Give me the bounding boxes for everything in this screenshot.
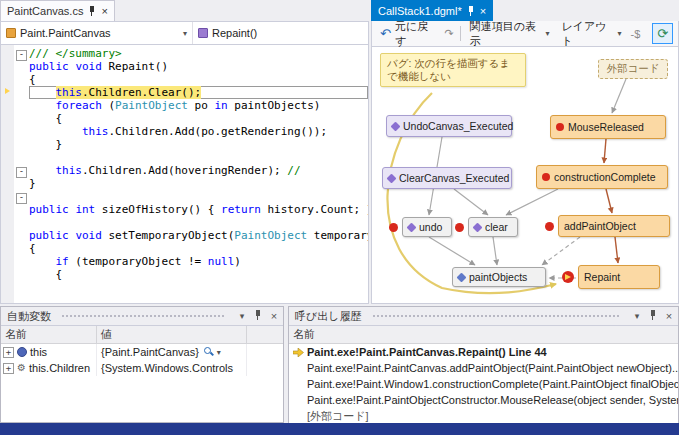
pin-icon — [254, 310, 262, 320]
code-line[interactable]: if (temporaryObject != null) — [1, 255, 368, 268]
graph-node-undocanvas-executed[interactable]: UndoCanvas_Executed — [386, 115, 512, 137]
node-label: MouseReleased — [568, 121, 644, 133]
code-line[interactable]: { — [1, 112, 368, 125]
variable-row[interactable]: +⚙this.Children{System.Windows.Controls — [1, 360, 283, 376]
breakpoint-gutter[interactable] — [1, 164, 14, 177]
column-header-value[interactable]: 値 — [97, 326, 247, 343]
autos-title: 自動変数 — [7, 309, 51, 324]
autos-titlebar: 自動変数 ▾ × — [1, 307, 283, 325]
redo-icon[interactable]: ↷ — [445, 27, 454, 40]
refresh-layout-button[interactable]: ⟳ — [652, 23, 673, 44]
graph-node-clear[interactable]: clear — [468, 217, 518, 237]
expander-icon[interactable]: + — [3, 347, 14, 358]
code-line[interactable]: public int sizeOfHistory() { return hist… — [1, 203, 368, 216]
member-dropdown[interactable]: Repaint() — [193, 22, 368, 44]
code-line[interactable]: { — [1, 268, 368, 281]
breakpoint-gutter[interactable] — [1, 138, 14, 151]
breakpoint-gutter[interactable] — [1, 268, 14, 281]
variable-row[interactable]: +this{Paint.PaintCanvas}▾ — [1, 344, 283, 360]
code-editor[interactable]: -/// </summary>public void Repaint(){ th… — [0, 45, 369, 304]
close-icon[interactable]: × — [267, 310, 281, 322]
stack-frame-row[interactable]: [外部コード] — [289, 408, 678, 424]
graph-node-mousereleased[interactable]: MouseReleased — [550, 115, 666, 139]
expander-icon[interactable]: + — [3, 363, 14, 374]
code-text: this.Children.Clear(); — [29, 86, 368, 99]
graph-node-clearcanvas-executed[interactable]: ClearCanvas_Executed — [382, 167, 512, 189]
show-related-button[interactable]: 関連項目の表示 ▾ — [467, 18, 553, 50]
code-line[interactable]: public void setTemporaryObject(PaintObje… — [1, 229, 368, 242]
magnifier-icon[interactable] — [204, 347, 214, 357]
code-line[interactable]: this.Children.Add(po.getRendering()); — [1, 125, 368, 138]
breakpoint-gutter[interactable] — [1, 203, 14, 216]
layout-button[interactable]: レイアウト ▾ — [558, 18, 624, 50]
stack-frame-row[interactable]: Paint.exe!Paint.PaintCanvas.Repaint() Li… — [289, 344, 678, 360]
pin-icon[interactable] — [646, 310, 660, 322]
field-icon — [457, 272, 467, 282]
breakpoint-gutter[interactable] — [1, 255, 14, 268]
tab-paintcanvas-cs[interactable]: PaintCanvas.cs × — [0, 0, 115, 21]
graph-node-constructioncomplete[interactable]: constructionComplete — [536, 165, 668, 189]
code-text: { — [29, 112, 368, 125]
breakpoint-gutter[interactable] — [1, 73, 14, 86]
graph-node-undo[interactable]: undo — [402, 217, 452, 237]
code-line[interactable]: } — [1, 138, 368, 151]
code-text: { — [29, 268, 368, 281]
code-line[interactable]: { — [1, 73, 368, 86]
code-line[interactable]: foreach (PaintObject po in paintObjects) — [1, 99, 368, 112]
column-header-name[interactable]: 名前 — [289, 326, 678, 343]
chevron-down-icon[interactable]: ▾ — [217, 348, 221, 357]
undo-button[interactable]: ↶ 元に戻す — [377, 18, 439, 50]
bug-annotation-note[interactable]: バグ: 次の行を描画するまで機能しない — [380, 53, 526, 87]
breakpoint-gutter[interactable] — [1, 242, 14, 255]
pin-icon[interactable] — [251, 310, 265, 322]
breakpoint-gutter[interactable] — [1, 177, 14, 190]
breakpoint-gutter[interactable] — [1, 125, 14, 138]
breakpoint-gutter[interactable] — [1, 60, 14, 73]
chevron-down-icon: ▾ — [618, 29, 622, 38]
close-icon[interactable]: × — [101, 6, 107, 16]
current-frame-arrow-icon — [293, 348, 304, 357]
pin-icon[interactable] — [467, 6, 475, 16]
window-menu-icon[interactable]: ▾ — [235, 311, 249, 321]
close-icon[interactable]: × — [662, 310, 676, 322]
breakpoint-gutter[interactable] — [1, 112, 14, 125]
breakpoint-gutter[interactable] — [1, 229, 14, 242]
code-line[interactable]: - this.Children.Add(hoveringRender); // — [1, 164, 368, 177]
breakpoint-gutter[interactable] — [1, 86, 14, 99]
code-line[interactable] — [1, 216, 368, 229]
stack-frame-row[interactable]: Paint.exe!Paint.Window1.constructionComp… — [289, 376, 678, 392]
stack-frame-row[interactable]: Paint.exe!Paint.PaintCanvas.addPaintObje… — [289, 360, 678, 376]
close-icon[interactable]: × — [480, 6, 486, 16]
misc-toolbar-icon[interactable]: -$ — [631, 28, 641, 40]
code-text: { — [29, 242, 368, 255]
code-line[interactable] — [1, 151, 368, 164]
code-line[interactable]: - — [1, 190, 368, 203]
column-header-name[interactable]: 名前 — [1, 326, 97, 343]
code-line[interactable]: } — [1, 177, 368, 190]
node-label: constructionComplete — [554, 171, 656, 183]
code-line[interactable]: { — [1, 242, 368, 255]
breakpoint-gutter[interactable] — [1, 190, 14, 203]
breakpoint-gutter[interactable] — [1, 151, 14, 164]
code-line[interactable]: public void Repaint() — [1, 60, 368, 73]
graph-node-repaint[interactable]: Repaint — [578, 265, 660, 289]
code-line[interactable]: -/// </summary> — [1, 47, 368, 60]
breakpoint-gutter[interactable] — [1, 99, 14, 112]
member-dropdown-label: Repaint() — [212, 27, 257, 39]
window-menu-icon[interactable]: ▾ — [630, 311, 644, 321]
code-line[interactable]: this.Children.Clear(); — [1, 86, 368, 99]
breakpoint-gutter[interactable] — [1, 47, 14, 60]
type-dropdown[interactable]: Paint.PaintCanvas ▾ — [1, 22, 193, 44]
stack-frame-row[interactable]: Paint.exe!Paint.PaintObjectConstructor.M… — [289, 392, 678, 408]
event-icon — [387, 173, 397, 183]
graph-node-external-code[interactable]: 外部コード — [598, 59, 668, 79]
breakpoint-gutter[interactable] — [1, 216, 14, 229]
graph-node-addpaintobject[interactable]: addPaintObject — [558, 215, 670, 237]
graph-canvas[interactable]: バグ: 次の行を描画するまで機能しない 外部コードUndoCanvas_Exec… — [371, 47, 679, 304]
object-icon — [17, 347, 27, 357]
graph-node-paintobjects[interactable]: paintObjects — [452, 267, 546, 287]
pin-icon[interactable] — [88, 6, 96, 16]
toolbar-separator — [460, 26, 461, 41]
fold-margin — [14, 112, 29, 125]
layout-label: レイアウト — [561, 19, 613, 49]
